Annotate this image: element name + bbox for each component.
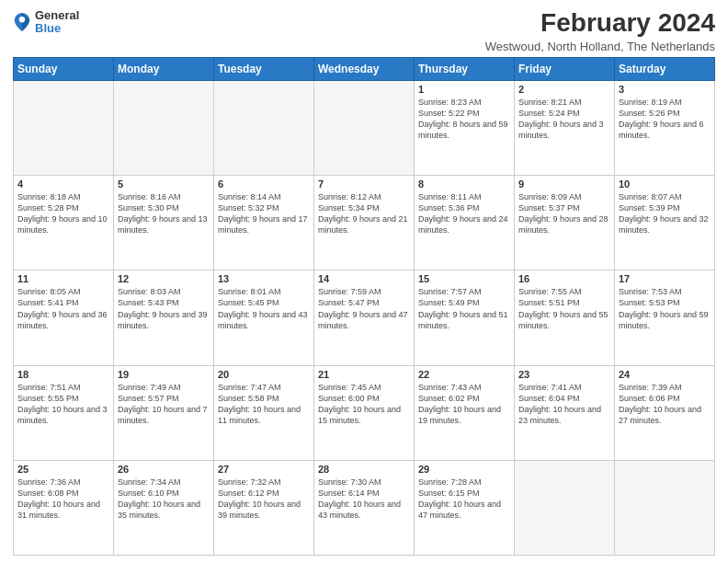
day-info: Sunrise: 7:41 AM Sunset: 6:04 PM Dayligh… (518, 382, 610, 427)
calendar-cell: 9Sunrise: 8:09 AM Sunset: 5:37 PM Daylig… (515, 176, 615, 270)
main-title: February 2024 (485, 9, 715, 38)
day-number: 17 (619, 273, 711, 284)
day-number: 11 (17, 273, 109, 284)
day-number: 13 (218, 273, 310, 284)
calendar-cell: 10Sunrise: 8:07 AM Sunset: 5:39 PM Dayli… (615, 176, 715, 270)
day-info: Sunrise: 8:23 AM Sunset: 5:22 PM Dayligh… (418, 97, 510, 142)
calendar-week-row: 18Sunrise: 7:51 AM Sunset: 5:55 PM Dayli… (14, 365, 715, 460)
calendar-week-row: 1Sunrise: 8:23 AM Sunset: 5:22 PM Daylig… (14, 80, 715, 175)
calendar-week-row: 11Sunrise: 8:05 AM Sunset: 5:41 PM Dayli… (14, 270, 715, 365)
calendar-cell: 6Sunrise: 8:14 AM Sunset: 5:32 PM Daylig… (214, 176, 314, 270)
day-info: Sunrise: 8:05 AM Sunset: 5:41 PM Dayligh… (17, 286, 109, 331)
calendar-cell (515, 460, 615, 555)
day-info: Sunrise: 7:51 AM Sunset: 5:55 PM Dayligh… (17, 382, 109, 427)
calendar-cell: 13Sunrise: 8:01 AM Sunset: 5:45 PM Dayli… (214, 270, 314, 365)
calendar-cell: 3Sunrise: 8:19 AM Sunset: 5:26 PM Daylig… (615, 80, 715, 175)
day-number: 1 (418, 84, 510, 95)
calendar-cell: 28Sunrise: 7:30 AM Sunset: 6:14 PM Dayli… (314, 460, 415, 555)
calendar-week-row: 4Sunrise: 8:18 AM Sunset: 5:28 PM Daylig… (14, 176, 715, 270)
calendar-header-cell: Sunday (14, 57, 114, 80)
day-info: Sunrise: 8:07 AM Sunset: 5:39 PM Dayligh… (619, 191, 711, 236)
day-info: Sunrise: 7:34 AM Sunset: 6:10 PM Dayligh… (118, 477, 210, 522)
day-info: Sunrise: 7:36 AM Sunset: 6:08 PM Dayligh… (17, 477, 109, 522)
calendar-cell: 22Sunrise: 7:43 AM Sunset: 6:02 PM Dayli… (415, 365, 515, 460)
calendar-table: SundayMondayTuesdayWednesdayThursdayFrid… (13, 57, 715, 556)
calendar-cell: 14Sunrise: 7:59 AM Sunset: 5:47 PM Dayli… (314, 270, 415, 365)
day-info: Sunrise: 8:03 AM Sunset: 5:43 PM Dayligh… (118, 286, 210, 331)
day-info: Sunrise: 8:12 AM Sunset: 5:34 PM Dayligh… (318, 191, 410, 236)
day-info: Sunrise: 7:43 AM Sunset: 6:02 PM Dayligh… (418, 382, 510, 427)
calendar-cell: 29Sunrise: 7:28 AM Sunset: 6:15 PM Dayli… (415, 460, 515, 555)
day-info: Sunrise: 8:19 AM Sunset: 5:26 PM Dayligh… (619, 97, 711, 142)
day-info: Sunrise: 7:39 AM Sunset: 6:06 PM Dayligh… (619, 382, 711, 427)
day-info: Sunrise: 7:55 AM Sunset: 5:51 PM Dayligh… (518, 286, 610, 331)
calendar-cell (314, 80, 415, 175)
header: General Blue February 2024 Westwoud, Nor… (13, 9, 715, 53)
calendar-cell: 21Sunrise: 7:45 AM Sunset: 6:00 PM Dayli… (314, 365, 415, 460)
day-number: 14 (318, 273, 410, 284)
day-number: 12 (118, 273, 210, 284)
day-info: Sunrise: 8:21 AM Sunset: 5:24 PM Dayligh… (518, 97, 610, 142)
svg-point-0 (19, 17, 25, 22)
day-number: 15 (418, 273, 510, 284)
logo-blue: Blue (35, 22, 79, 35)
logo-icon (13, 11, 31, 33)
calendar-cell: 2Sunrise: 8:21 AM Sunset: 5:24 PM Daylig… (515, 80, 615, 175)
calendar-cell: 11Sunrise: 8:05 AM Sunset: 5:41 PM Dayli… (14, 270, 114, 365)
day-info: Sunrise: 7:49 AM Sunset: 5:57 PM Dayligh… (118, 382, 210, 427)
calendar-body: 1Sunrise: 8:23 AM Sunset: 5:22 PM Daylig… (14, 80, 715, 555)
day-number: 16 (518, 273, 610, 284)
calendar-cell: 26Sunrise: 7:34 AM Sunset: 6:10 PM Dayli… (114, 460, 214, 555)
day-info: Sunrise: 8:01 AM Sunset: 5:45 PM Dayligh… (218, 286, 310, 331)
day-info: Sunrise: 7:32 AM Sunset: 6:12 PM Dayligh… (218, 477, 310, 522)
calendar-cell: 8Sunrise: 8:11 AM Sunset: 5:36 PM Daylig… (415, 176, 515, 270)
calendar-cell (14, 80, 114, 175)
day-info: Sunrise: 7:45 AM Sunset: 6:00 PM Dayligh… (318, 382, 410, 427)
calendar-header-cell: Monday (114, 57, 214, 80)
title-area: February 2024 Westwoud, North Holland, T… (485, 9, 715, 53)
day-number: 7 (318, 178, 410, 190)
calendar-cell (615, 460, 715, 555)
day-info: Sunrise: 7:47 AM Sunset: 5:58 PM Dayligh… (218, 382, 310, 427)
calendar-cell: 23Sunrise: 7:41 AM Sunset: 6:04 PM Dayli… (515, 365, 615, 460)
logo-general: General (35, 9, 79, 22)
calendar-header-cell: Thursday (415, 57, 515, 80)
day-info: Sunrise: 8:16 AM Sunset: 5:30 PM Dayligh… (118, 191, 210, 236)
calendar-cell: 20Sunrise: 7:47 AM Sunset: 5:58 PM Dayli… (214, 365, 314, 460)
calendar-header-cell: Tuesday (214, 57, 314, 80)
day-info: Sunrise: 8:14 AM Sunset: 5:32 PM Dayligh… (218, 191, 310, 236)
calendar-cell (114, 80, 214, 175)
day-number: 18 (17, 369, 109, 380)
day-number: 20 (218, 369, 310, 380)
day-info: Sunrise: 7:30 AM Sunset: 6:14 PM Dayligh… (318, 477, 410, 522)
day-number: 25 (17, 464, 109, 475)
calendar-cell: 5Sunrise: 8:16 AM Sunset: 5:30 PM Daylig… (114, 176, 214, 270)
day-number: 6 (218, 178, 310, 190)
calendar-cell: 16Sunrise: 7:55 AM Sunset: 5:51 PM Dayli… (515, 270, 615, 365)
day-info: Sunrise: 8:09 AM Sunset: 5:37 PM Dayligh… (518, 191, 610, 236)
calendar-cell: 18Sunrise: 7:51 AM Sunset: 5:55 PM Dayli… (14, 365, 114, 460)
day-info: Sunrise: 7:59 AM Sunset: 5:47 PM Dayligh… (318, 286, 410, 331)
calendar-cell (214, 80, 314, 175)
day-number: 23 (518, 369, 610, 380)
calendar-cell: 17Sunrise: 7:53 AM Sunset: 5:53 PM Dayli… (615, 270, 715, 365)
calendar-cell: 1Sunrise: 8:23 AM Sunset: 5:22 PM Daylig… (415, 80, 515, 175)
day-number: 3 (619, 84, 711, 95)
calendar-header-cell: Wednesday (314, 57, 415, 80)
day-number: 28 (318, 464, 410, 475)
day-number: 29 (418, 464, 510, 475)
day-info: Sunrise: 8:11 AM Sunset: 5:36 PM Dayligh… (418, 191, 510, 236)
calendar-cell: 4Sunrise: 8:18 AM Sunset: 5:28 PM Daylig… (14, 176, 114, 270)
day-info: Sunrise: 7:53 AM Sunset: 5:53 PM Dayligh… (619, 286, 711, 331)
logo-text: General Blue (35, 9, 79, 36)
day-info: Sunrise: 7:57 AM Sunset: 5:49 PM Dayligh… (418, 286, 510, 331)
calendar-week-row: 25Sunrise: 7:36 AM Sunset: 6:08 PM Dayli… (14, 460, 715, 555)
subtitle: Westwoud, North Holland, The Netherlands (485, 40, 715, 53)
day-number: 24 (619, 369, 711, 380)
day-number: 22 (418, 369, 510, 380)
day-number: 8 (418, 178, 510, 190)
day-number: 21 (318, 369, 410, 380)
day-number: 4 (17, 178, 109, 190)
day-number: 2 (518, 84, 610, 95)
day-number: 5 (118, 178, 210, 190)
